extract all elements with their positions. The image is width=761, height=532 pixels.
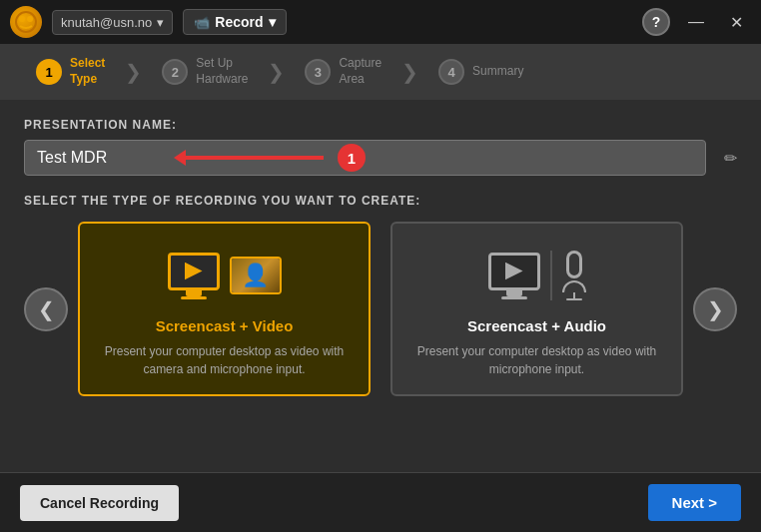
bottom-bar: Cancel Recording Next >	[0, 472, 761, 532]
step-1-number: 1	[36, 59, 62, 85]
step-2-label: Set Up Hardware	[196, 56, 248, 87]
monitor-icon-grey	[488, 253, 540, 299]
microphone-icon	[562, 251, 586, 300]
camera-thumbnail: 👤	[230, 257, 282, 294]
type-cards: 👤 Screencast + Video Present your comput…	[68, 222, 693, 396]
user-email: knutah@usn.no	[61, 15, 152, 30]
type-selector: ❮ 👤	[24, 222, 737, 396]
cancel-recording-button[interactable]: Cancel Recording	[20, 485, 179, 521]
presentation-section-label: PRESENTATION NAME:	[24, 118, 737, 132]
card-2-desc: Present your computer desktop as video w…	[408, 342, 665, 378]
name-row: ✏ 1	[24, 140, 737, 176]
minimize-button[interactable]: —	[680, 11, 712, 33]
user-menu-button[interactable]: knutah@usn.no ▾	[52, 10, 173, 35]
step-1-label: Select Type	[70, 56, 105, 87]
nav-right-button[interactable]: ❯	[693, 287, 737, 331]
record-chevron-icon: ▾	[269, 14, 276, 30]
main-content: PRESENTATION NAME: ✏ 1 SELECT THE TYPE O…	[0, 100, 761, 414]
camera-face: 👤	[232, 259, 280, 292]
screencast-video-card[interactable]: 👤 Screencast + Video Present your comput…	[78, 222, 371, 396]
step-4[interactable]: 4 Summary	[422, 59, 539, 85]
mic-stand	[562, 280, 586, 300]
step-3-number: 3	[305, 59, 331, 85]
step-arrow-2: ❯	[268, 60, 285, 84]
record-camera-icon: 📹	[194, 15, 210, 30]
svg-point-1	[19, 16, 25, 22]
screencast-audio-card[interactable]: Screencast + Audio Present your computer…	[390, 222, 683, 396]
play-icon-grey	[505, 263, 523, 280]
step-3[interactable]: 3 Capture Area	[289, 56, 397, 87]
svg-point-2	[27, 16, 33, 22]
card-1-title: Screencast + Video	[96, 317, 353, 334]
monitor-base-grey	[501, 296, 527, 299]
monitor-body-grey	[488, 253, 540, 290]
close-button[interactable]: ✕	[722, 11, 751, 34]
mic-arc	[562, 280, 586, 292]
step-arrow-3: ❯	[401, 60, 418, 84]
step-4-number: 4	[438, 59, 464, 85]
step-2-number: 2	[162, 59, 188, 85]
record-label: Record	[215, 14, 263, 30]
type-section-label: SELECT THE TYPE OF RECORDING YOU WANT TO…	[24, 194, 737, 208]
card-1-desc: Present your computer desktop as video w…	[96, 342, 353, 378]
presentation-name-input[interactable]	[24, 140, 706, 176]
step-2[interactable]: 2 Set Up Hardware	[146, 56, 264, 87]
titlebar: knutah@usn.no ▾ 📹 Record ▾ ? — ✕	[0, 0, 761, 44]
user-chevron-icon: ▾	[157, 15, 164, 30]
step-4-label: Summary	[472, 64, 523, 80]
help-button[interactable]: ?	[642, 8, 670, 36]
wizard-steps: 1 Select Type ❯ 2 Set Up Hardware ❯ 3 Ca…	[0, 44, 761, 100]
mic-body	[566, 251, 582, 278]
monitor-base	[181, 296, 207, 299]
monitor-stand	[186, 290, 202, 296]
app-logo	[10, 6, 42, 38]
edit-icon[interactable]: ✏	[724, 149, 737, 168]
nav-left-button[interactable]: ❮	[24, 287, 68, 331]
record-menu-button[interactable]: 📹 Record ▾	[183, 9, 286, 35]
mic-base	[566, 298, 582, 300]
card-2-icons	[408, 244, 665, 307]
card-2-title: Screencast + Audio	[408, 317, 665, 334]
monitor-stand-grey	[506, 290, 522, 296]
name-input-container	[24, 140, 706, 176]
step-arrow-1: ❯	[125, 60, 142, 84]
next-button[interactable]: Next >	[648, 484, 741, 521]
card-divider	[550, 251, 552, 300]
card-1-icons: 👤	[96, 244, 353, 307]
monitor-body	[168, 253, 220, 290]
play-icon	[185, 263, 203, 280]
step-3-label: Capture Area	[339, 56, 381, 87]
monitor-icon	[168, 253, 220, 299]
step-1[interactable]: 1 Select Type	[20, 56, 121, 87]
